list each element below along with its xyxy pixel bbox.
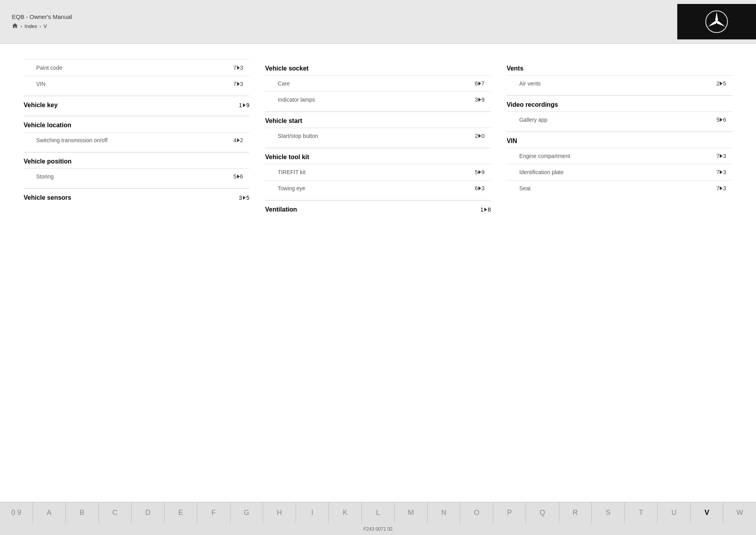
entry-label: Storing (36, 173, 233, 180)
list-item[interactable]: Gallery app56 (507, 111, 732, 128)
alpha-item-H[interactable]: H (263, 502, 296, 523)
sub-group: TIREFIT kit59Towing eye63 (265, 164, 491, 196)
section-heading: Video recordings (507, 95, 732, 111)
footer: 0 9ABCDEFGHIKLMNOPQRSTUVW F243 0071 02 (0, 502, 756, 535)
entry-page: 63 (475, 185, 485, 191)
entry-page: 73 (716, 153, 726, 159)
alphabet-nav: 0 9ABCDEFGHIKLMNOPQRSTUVW (0, 502, 756, 523)
entry-label: Gallery app (519, 117, 717, 123)
sub-group: Storing56 (24, 168, 249, 184)
entry-page: 56 (233, 173, 243, 180)
alpha-item-S[interactable]: S (592, 502, 625, 523)
section-heading[interactable]: Vehicle sensors35 (24, 188, 249, 204)
list-item[interactable]: Air vents25 (507, 75, 732, 91)
breadcrumb-current: V (44, 23, 47, 29)
column-1: Paint code73VIN73Vehicle key19Vehicle lo… (24, 59, 249, 216)
alpha-item-Q[interactable]: Q (526, 502, 559, 523)
alpha-item-B[interactable]: B (66, 502, 99, 523)
alpha-item-U[interactable]: U (658, 502, 691, 523)
section-heading[interactable]: Ventilation18 (265, 200, 491, 216)
list-item[interactable]: Storing56 (24, 168, 249, 184)
alpha-item-W[interactable]: W (723, 502, 756, 523)
entry-page: 73 (233, 65, 243, 71)
alpha-item-C[interactable]: C (99, 502, 132, 523)
entry-label: Start/stop button (278, 133, 475, 139)
alpha-item-D[interactable]: D (132, 502, 165, 523)
alpha-item-09[interactable]: 0 9 (0, 502, 33, 523)
entry-label: Paint code (36, 65, 233, 71)
entry-page: 59 (475, 169, 485, 175)
entry-label: Engine compartment (519, 153, 717, 159)
sub-group: Gallery app56 (507, 111, 732, 128)
entry-label: Air vents (519, 80, 717, 87)
sub-group: Paint code73VIN73 (24, 59, 249, 92)
heading-label: Vehicle sensors (24, 194, 71, 201)
entry-page: 73 (716, 185, 726, 191)
alpha-item-F[interactable]: F (197, 502, 230, 523)
manual-title: EQB - Owner's Manual (12, 13, 72, 20)
list-item[interactable]: Engine compartment73 (507, 148, 732, 164)
list-item[interactable]: Care67 (265, 75, 491, 91)
index-grid: Paint code73VIN73Vehicle key19Vehicle lo… (24, 59, 732, 216)
heading-label: Ventilation (265, 206, 297, 213)
home-icon[interactable] (12, 22, 18, 30)
alpha-item-R[interactable]: R (559, 502, 592, 523)
entry-page: 39 (475, 97, 485, 103)
doc-id: F243 0071 02 (0, 523, 756, 535)
list-item[interactable]: VIN73 (24, 76, 249, 92)
alpha-item-O[interactable]: O (460, 502, 493, 523)
alpha-item-N[interactable]: N (428, 502, 461, 523)
svg-marker-1 (715, 12, 718, 22)
alpha-item-V[interactable]: V (691, 502, 724, 523)
entry-page: 73 (716, 169, 726, 175)
list-item[interactable]: TIREFIT kit59 (265, 164, 491, 180)
entry-page: 42 (233, 137, 243, 143)
section-heading: VIN (507, 132, 732, 148)
entry-label: Seat (519, 185, 717, 191)
section-heading: Vehicle position (24, 152, 249, 168)
list-item[interactable]: Indicator lamps39 (265, 91, 491, 108)
column-3: VentsAir vents25Video recordingsGallery … (507, 59, 732, 216)
section-heading: Vehicle tool kit (265, 148, 491, 164)
list-item[interactable]: Start/stop button20 (265, 128, 491, 144)
entry-page: 67 (475, 80, 485, 87)
alpha-item-I[interactable]: I (296, 502, 329, 523)
breadcrumb-sep1: › (20, 23, 22, 29)
sub-group: Switching transmission on/off42 (24, 132, 249, 148)
list-item[interactable]: Towing eye63 (265, 180, 491, 196)
alpha-item-M[interactable]: M (395, 502, 428, 523)
sub-group: Air vents25 (507, 75, 732, 91)
logo-block (677, 4, 756, 39)
list-item[interactable]: Seat73 (507, 180, 732, 196)
column-2: Vehicle socketCare67Indicator lamps39Veh… (265, 59, 491, 216)
entry-page: 73 (233, 81, 243, 87)
alpha-item-A[interactable]: A (33, 502, 66, 523)
list-item[interactable]: Identification plate73 (507, 164, 732, 180)
heading-page: 18 (480, 206, 491, 213)
section-heading[interactable]: Vehicle key19 (24, 96, 249, 112)
heading-page: 35 (239, 195, 250, 201)
logo-area (677, 4, 744, 39)
section-heading: Vehicle start (265, 111, 491, 128)
alpha-item-T[interactable]: T (625, 502, 658, 523)
list-item[interactable]: Paint code73 (24, 59, 249, 76)
alpha-item-G[interactable]: G (230, 502, 263, 523)
heading-label: Vehicle key (24, 102, 57, 109)
breadcrumb-index[interactable]: Index (24, 23, 37, 29)
alpha-item-L[interactable]: L (362, 502, 395, 523)
section-heading: Vehicle socket (265, 59, 491, 75)
entry-page: 25 (716, 80, 726, 87)
alpha-item-E[interactable]: E (165, 502, 198, 523)
alpha-item-K[interactable]: K (329, 502, 362, 523)
entry-label: Identification plate (519, 169, 717, 175)
section-heading: Vehicle location (24, 116, 249, 132)
sub-group: Engine compartment73Identification plate… (507, 148, 732, 196)
entry-label: Switching transmission on/off (36, 137, 233, 143)
entry-page: 56 (716, 117, 726, 123)
list-item[interactable]: Switching transmission on/off42 (24, 132, 249, 148)
mercedes-logo (705, 10, 728, 33)
breadcrumb-sep2: › (39, 23, 41, 29)
alpha-item-P[interactable]: P (493, 502, 526, 523)
page-header: EQB - Owner's Manual › Index › V (0, 0, 756, 44)
entry-label: Indicator lamps (278, 97, 475, 103)
